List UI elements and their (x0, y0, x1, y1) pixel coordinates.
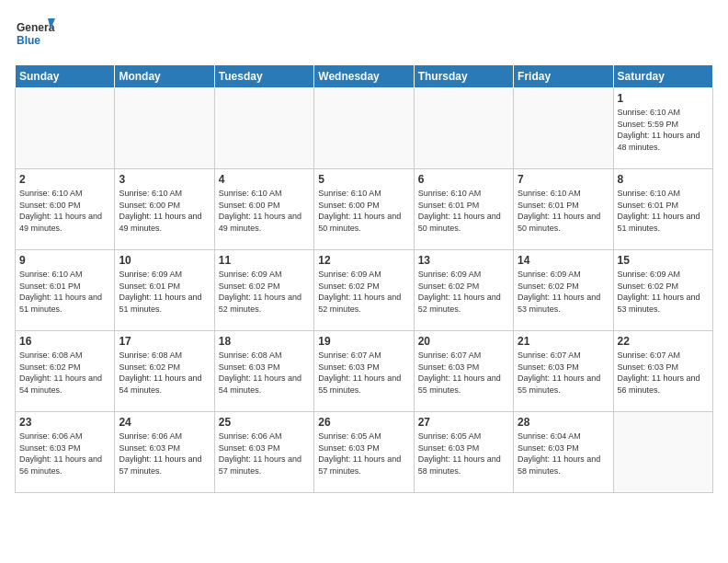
calendar-cell (214, 88, 313, 169)
week-row-2: 2Sunrise: 6:10 AM Sunset: 6:00 PM Daylig… (16, 169, 713, 250)
day-info: Sunrise: 6:07 AM Sunset: 6:03 PM Dayligh… (618, 350, 709, 396)
calendar-cell: 27Sunrise: 6:05 AM Sunset: 6:03 PM Dayli… (414, 412, 513, 493)
calendar-cell: 11Sunrise: 6:09 AM Sunset: 6:02 PM Dayli… (214, 250, 313, 331)
weekday-header-sunday: Sunday (16, 65, 115, 88)
day-info: Sunrise: 6:07 AM Sunset: 6:03 PM Dayligh… (518, 350, 609, 396)
calendar-cell (414, 88, 513, 169)
calendar-cell: 12Sunrise: 6:09 AM Sunset: 6:02 PM Dayli… (314, 250, 414, 331)
day-number: 6 (418, 173, 509, 186)
week-row-4: 16Sunrise: 6:08 AM Sunset: 6:02 PM Dayli… (16, 331, 713, 412)
calendar-cell: 28Sunrise: 6:04 AM Sunset: 6:03 PM Dayli… (514, 412, 613, 493)
day-info: Sunrise: 6:08 AM Sunset: 6:02 PM Dayligh… (119, 350, 210, 396)
day-number: 7 (518, 173, 609, 186)
calendar-cell: 3Sunrise: 6:10 AM Sunset: 6:00 PM Daylig… (115, 169, 214, 250)
weekday-header-saturday: Saturday (613, 65, 712, 88)
day-number: 9 (19, 254, 110, 267)
calendar-cell: 10Sunrise: 6:09 AM Sunset: 6:01 PM Dayli… (115, 250, 214, 331)
day-number: 28 (518, 416, 609, 429)
weekday-header-thursday: Thursday (414, 65, 513, 88)
logo-icon: General Blue (15, 15, 55, 55)
day-number: 13 (418, 254, 509, 267)
day-number: 10 (119, 254, 210, 267)
calendar-cell: 8Sunrise: 6:10 AM Sunset: 6:01 PM Daylig… (613, 169, 712, 250)
calendar-cell: 20Sunrise: 6:07 AM Sunset: 6:03 PM Dayli… (414, 331, 513, 412)
calendar-cell (314, 88, 414, 169)
day-info: Sunrise: 6:10 AM Sunset: 6:00 PM Dayligh… (19, 188, 110, 234)
calendar-cell: 6Sunrise: 6:10 AM Sunset: 6:01 PM Daylig… (414, 169, 513, 250)
day-info: Sunrise: 6:09 AM Sunset: 6:02 PM Dayligh… (518, 269, 609, 315)
day-info: Sunrise: 6:09 AM Sunset: 6:02 PM Dayligh… (418, 269, 509, 315)
day-number: 3 (119, 173, 210, 186)
day-number: 12 (318, 254, 409, 267)
calendar-cell (16, 88, 115, 169)
calendar-cell: 16Sunrise: 6:08 AM Sunset: 6:02 PM Dayli… (16, 331, 115, 412)
day-info: Sunrise: 6:10 AM Sunset: 6:00 PM Dayligh… (318, 188, 409, 234)
calendar-cell: 24Sunrise: 6:06 AM Sunset: 6:03 PM Dayli… (115, 412, 214, 493)
day-info: Sunrise: 6:04 AM Sunset: 6:03 PM Dayligh… (518, 431, 609, 477)
day-number: 17 (119, 335, 210, 348)
calendar-cell: 7Sunrise: 6:10 AM Sunset: 6:01 PM Daylig… (514, 169, 613, 250)
day-info: Sunrise: 6:05 AM Sunset: 6:03 PM Dayligh… (318, 431, 409, 477)
calendar-cell: 5Sunrise: 6:10 AM Sunset: 6:00 PM Daylig… (314, 169, 414, 250)
calendar-cell: 14Sunrise: 6:09 AM Sunset: 6:02 PM Dayli… (514, 250, 613, 331)
day-info: Sunrise: 6:06 AM Sunset: 6:03 PM Dayligh… (219, 431, 310, 477)
day-info: Sunrise: 6:09 AM Sunset: 6:01 PM Dayligh… (119, 269, 210, 315)
calendar-cell: 13Sunrise: 6:09 AM Sunset: 6:02 PM Dayli… (414, 250, 513, 331)
day-info: Sunrise: 6:09 AM Sunset: 6:02 PM Dayligh… (318, 269, 409, 315)
day-number: 2 (19, 173, 110, 186)
weekday-header-row: SundayMondayTuesdayWednesdayThursdayFrid… (16, 65, 713, 88)
day-info: Sunrise: 6:05 AM Sunset: 6:03 PM Dayligh… (418, 431, 509, 477)
calendar-cell (115, 88, 214, 169)
day-info: Sunrise: 6:08 AM Sunset: 6:02 PM Dayligh… (19, 350, 110, 396)
header: General Blue (15, 15, 713, 55)
calendar-cell: 15Sunrise: 6:09 AM Sunset: 6:02 PM Dayli… (613, 250, 712, 331)
calendar-cell: 17Sunrise: 6:08 AM Sunset: 6:02 PM Dayli… (115, 331, 214, 412)
calendar-cell: 18Sunrise: 6:08 AM Sunset: 6:03 PM Dayli… (214, 331, 313, 412)
calendar-cell: 25Sunrise: 6:06 AM Sunset: 6:03 PM Dayli… (214, 412, 313, 493)
day-number: 24 (119, 416, 210, 429)
day-info: Sunrise: 6:08 AM Sunset: 6:03 PM Dayligh… (219, 350, 310, 396)
day-info: Sunrise: 6:09 AM Sunset: 6:02 PM Dayligh… (219, 269, 310, 315)
day-info: Sunrise: 6:10 AM Sunset: 5:59 PM Dayligh… (618, 107, 709, 153)
day-info: Sunrise: 6:10 AM Sunset: 6:01 PM Dayligh… (19, 269, 110, 315)
day-number: 8 (618, 173, 709, 186)
calendar-cell: 2Sunrise: 6:10 AM Sunset: 6:00 PM Daylig… (16, 169, 115, 250)
day-number: 18 (219, 335, 310, 348)
day-info: Sunrise: 6:10 AM Sunset: 6:00 PM Dayligh… (119, 188, 210, 234)
day-number: 25 (219, 416, 310, 429)
calendar-cell: 19Sunrise: 6:07 AM Sunset: 6:03 PM Dayli… (314, 331, 414, 412)
weekday-header-monday: Monday (115, 65, 214, 88)
day-info: Sunrise: 6:07 AM Sunset: 6:03 PM Dayligh… (318, 350, 409, 396)
day-info: Sunrise: 6:07 AM Sunset: 6:03 PM Dayligh… (418, 350, 509, 396)
day-number: 14 (518, 254, 609, 267)
calendar-cell (613, 412, 712, 493)
week-row-5: 23Sunrise: 6:06 AM Sunset: 6:03 PM Dayli… (16, 412, 713, 493)
calendar-table: SundayMondayTuesdayWednesdayThursdayFrid… (15, 64, 713, 493)
day-number: 1 (618, 92, 709, 105)
day-number: 4 (219, 173, 310, 186)
logo: General Blue (15, 15, 55, 55)
day-info: Sunrise: 6:10 AM Sunset: 6:01 PM Dayligh… (418, 188, 509, 234)
day-number: 16 (19, 335, 110, 348)
calendar-cell: 23Sunrise: 6:06 AM Sunset: 6:03 PM Dayli… (16, 412, 115, 493)
day-info: Sunrise: 6:06 AM Sunset: 6:03 PM Dayligh… (19, 431, 110, 477)
day-number: 26 (318, 416, 409, 429)
day-number: 22 (618, 335, 709, 348)
week-row-1: 1Sunrise: 6:10 AM Sunset: 5:59 PM Daylig… (16, 88, 713, 169)
calendar-cell: 9Sunrise: 6:10 AM Sunset: 6:01 PM Daylig… (16, 250, 115, 331)
day-info: Sunrise: 6:06 AM Sunset: 6:03 PM Dayligh… (119, 431, 210, 477)
day-info: Sunrise: 6:10 AM Sunset: 6:01 PM Dayligh… (518, 188, 609, 234)
logo-area: General Blue (15, 15, 55, 55)
day-number: 27 (418, 416, 509, 429)
calendar-cell: 4Sunrise: 6:10 AM Sunset: 6:00 PM Daylig… (214, 169, 313, 250)
day-number: 15 (618, 254, 709, 267)
week-row-3: 9Sunrise: 6:10 AM Sunset: 6:01 PM Daylig… (16, 250, 713, 331)
calendar-cell: 1Sunrise: 6:10 AM Sunset: 5:59 PM Daylig… (613, 88, 712, 169)
day-info: Sunrise: 6:10 AM Sunset: 6:00 PM Dayligh… (219, 188, 310, 234)
weekday-header-friday: Friday (514, 65, 613, 88)
calendar-cell: 26Sunrise: 6:05 AM Sunset: 6:03 PM Dayli… (314, 412, 414, 493)
day-number: 21 (518, 335, 609, 348)
day-info: Sunrise: 6:10 AM Sunset: 6:01 PM Dayligh… (618, 188, 709, 234)
day-number: 23 (19, 416, 110, 429)
svg-text:Blue: Blue (17, 34, 40, 47)
